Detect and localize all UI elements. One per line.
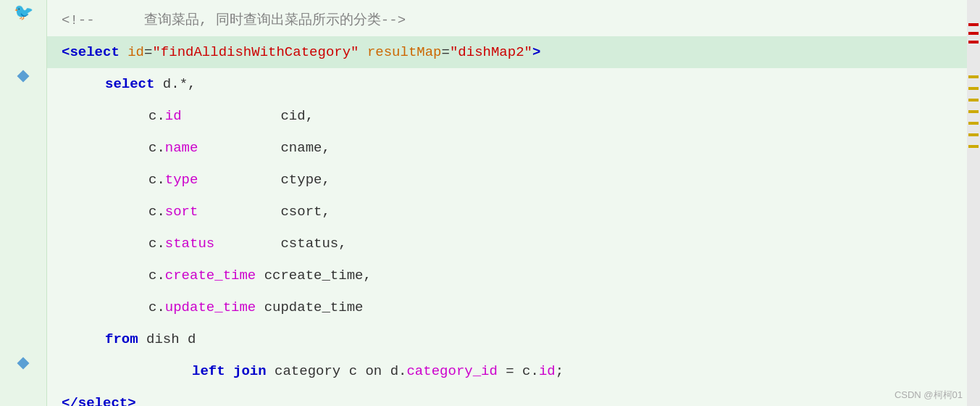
plain-ccreate-time: ccreate_time,	[256, 260, 372, 291]
plain-cname: cname,	[198, 132, 330, 164]
plain-cstatus: cstatus,	[214, 228, 346, 260]
field-c-id: id	[539, 355, 556, 387]
scrollbar-indicator-yellow-4	[968, 110, 979, 113]
plain-semicolon: ;	[556, 355, 564, 387]
plain-ctype: ctype,	[198, 164, 330, 196]
scrollbar-indicator-yellow-6	[968, 133, 979, 136]
tag-select-close: </select>	[62, 387, 136, 406]
code-line-close-select: </select>	[47, 387, 967, 406]
plain-c-dot-3: c.	[148, 164, 165, 196]
scrollbar-indicator-red-1	[968, 23, 979, 26]
scrollbar-indicator-yellow-1	[968, 75, 979, 78]
code-line-select-d: select d.*,	[47, 68, 967, 100]
plain-from-dish: dish d	[138, 323, 196, 355]
bp-row-12	[0, 379, 46, 406]
bp-row-2	[0, 60, 46, 92]
editor-container: 🐦	[0, 0, 980, 406]
code-line-c-update-time: c. update_time cupdate_time	[47, 291, 967, 323]
keyword-select: select	[105, 68, 154, 100]
bp-row-5	[0, 156, 46, 188]
plain-category: category c on d.	[267, 355, 407, 387]
plain-eq1: =	[144, 36, 152, 68]
logo-icon: 🐦	[14, 3, 33, 22]
scrollbar-track	[967, 0, 980, 406]
bp-row-4	[0, 124, 46, 156]
breakpoint-diamond	[17, 70, 30, 83]
scrollbar-indicator-yellow-7	[968, 145, 979, 148]
watermark: CSDN @柯柯01	[895, 389, 963, 402]
plain-c-dot-2: c.	[148, 132, 165, 164]
scrollbar-indicator-red-3	[968, 41, 979, 44]
logo-area: 🐦	[9, 3, 38, 22]
field-status: status	[165, 228, 214, 260]
keyword-left-join: left join	[192, 355, 267, 387]
plain-c-dot-6: c.	[148, 260, 165, 291]
field-name: name	[165, 132, 198, 164]
bp-row-6	[0, 188, 46, 220]
scrollbar-indicator-yellow-2	[968, 87, 979, 90]
plain-cid: cid,	[182, 100, 314, 132]
attr-resultmap: resultMap	[367, 36, 442, 68]
bp-row-10	[0, 315, 46, 347]
bp-row-9	[0, 283, 46, 315]
scrollbar-indicator-yellow-5	[968, 122, 979, 125]
keyword-from: from	[105, 323, 138, 355]
code-line-comment: <!-- 查询菜品, 同时查询出菜品所示的分类 -->	[47, 4, 967, 36]
comment-open: <!--	[62, 4, 144, 36]
code-line-left-join: left join category c on d. category_id =…	[47, 355, 967, 387]
bp-row-7	[0, 220, 46, 252]
plain-c-dot-5: c.	[148, 228, 165, 260]
plain-c-dot-4: c.	[148, 196, 165, 228]
field-sort: sort	[165, 196, 198, 228]
comment-text: 查询菜品, 同时查询出菜品所示的分类	[144, 4, 381, 36]
scrollbar-indicator-yellow-3	[968, 99, 979, 102]
string-resultmap-val: "dishMap2"	[450, 36, 532, 68]
code-line-c-id: c. id cid,	[47, 100, 967, 132]
plain-space	[359, 36, 367, 68]
plain-eq-cid: = c.	[498, 355, 539, 387]
field-category-id: category_id	[406, 355, 497, 387]
field-create-time: create_time	[165, 260, 256, 291]
code-area: <!-- 查询菜品, 同时查询出菜品所示的分类 --> <select id =…	[47, 0, 967, 406]
plain-eq2: =	[442, 36, 450, 68]
breakpoint-diamond-2	[17, 357, 30, 370]
code-line-select-tag: <select id = "findAlldishWithCategory" r…	[47, 36, 967, 68]
plain-c-dot-1: c.	[148, 100, 165, 132]
tag-select-open: <select	[62, 36, 127, 68]
breakpoint-markers	[0, 28, 46, 406]
bp-row-8	[0, 252, 46, 283]
field-type: type	[165, 164, 198, 196]
field-id: id	[165, 100, 182, 132]
left-gutter: 🐦	[0, 0, 47, 406]
bp-row-11	[0, 347, 46, 379]
code-line-c-type: c. type ctype,	[47, 164, 967, 196]
code-line-c-status: c. status cstatus,	[47, 228, 967, 260]
plain-cupdate-time: cupdate_time	[256, 291, 363, 323]
code-line-c-sort: c. sort csort,	[47, 196, 967, 228]
field-update-time: update_time	[165, 291, 256, 323]
plain-csort: csort,	[198, 196, 330, 228]
comment-close: -->	[381, 4, 406, 36]
bp-row-1	[0, 28, 46, 60]
code-line-c-create-time: c. create_time ccreate_time,	[47, 260, 967, 291]
string-id-val: "findAlldishWithCategory"	[152, 36, 359, 68]
attr-id: id	[127, 36, 144, 68]
plain-c-dot-7: c.	[148, 291, 165, 323]
plain-d-star: d.*,	[154, 68, 196, 100]
tag-select-close-bracket: >	[532, 36, 540, 68]
scrollbar-indicator-red-2	[968, 32, 979, 35]
right-scrollbar[interactable]	[967, 0, 980, 406]
code-line-c-name: c. name cname,	[47, 132, 967, 164]
code-line-from: from dish d	[47, 323, 967, 355]
bp-row-3	[0, 92, 46, 124]
